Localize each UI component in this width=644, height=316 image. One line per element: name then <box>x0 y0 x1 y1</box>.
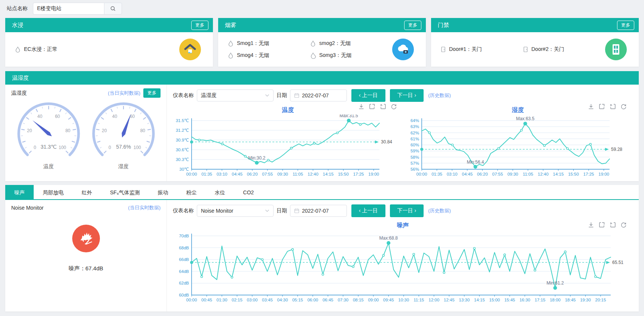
tab-noise[interactable]: 噪声 <box>5 185 34 199</box>
refresh-icon[interactable] <box>620 103 627 110</box>
svg-text:06:45: 06:45 <box>323 298 333 302</box>
panel-top: Noise Monitor (当日实时数据) <box>11 204 161 211</box>
realtime-data-link[interactable]: (当日实时数据) <box>128 204 161 211</box>
list-item: EC水浸：正常 <box>15 46 57 53</box>
tab-infrared[interactable]: 红外 <box>73 185 101 199</box>
svg-text:0: 0 <box>33 145 36 150</box>
svg-text:01:35: 01:35 <box>201 172 212 176</box>
svg-text:Max:68.8: Max:68.8 <box>379 236 398 241</box>
svg-text:11:05: 11:05 <box>293 172 303 176</box>
meter-select[interactable]: Noise Monitor <box>197 205 274 217</box>
card-door: 门禁 更多 Door#1：关门 Door#2：关门 <box>431 18 639 67</box>
panel-title: Noise Monitor <box>11 205 43 211</box>
svg-text:12:45: 12:45 <box>444 298 455 302</box>
svg-text:40: 40 <box>112 114 117 119</box>
next-day-button[interactable]: 下一日 › <box>390 204 424 217</box>
refresh-icon[interactable] <box>391 103 397 110</box>
gauges: 02040608010031.3℃温度 02040608010057.6%湿度 <box>11 98 161 172</box>
svg-text:01:35: 01:35 <box>431 172 442 176</box>
door-item-grid: Door#1：关门 Door#2：关门 <box>441 46 605 53</box>
restore-icon[interactable] <box>610 103 616 110</box>
svg-text:70dB: 70dB <box>179 234 189 238</box>
meter-name-label: 仪表名称 <box>173 207 194 214</box>
download-icon[interactable] <box>358 103 364 110</box>
tab-sf6-gas[interactable]: SF₆气体监测 <box>101 185 149 199</box>
zoom-box-icon[interactable] <box>599 222 605 228</box>
search-button[interactable] <box>104 3 122 15</box>
svg-text:20: 20 <box>101 128 107 133</box>
smoke-cloud-icon <box>392 39 414 60</box>
temp-humidity-section-header: 温湿度 <box>5 71 639 85</box>
svg-text:80: 80 <box>65 128 70 133</box>
svg-text:30.84: 30.84 <box>381 139 392 145</box>
card-smoke: 烟雾 更多 Smog1：无烟 smog2：无烟 Smog4：无烟 <box>218 18 426 67</box>
temperature-chart: 30℃30.3℃30.6℃30.9℃31.2℃31.5℃00:0001:3503… <box>173 115 403 180</box>
history-data-link[interactable]: (历史数据) <box>428 207 451 214</box>
zoom-box-icon[interactable] <box>599 103 605 110</box>
download-icon[interactable] <box>588 103 594 110</box>
svg-text:14:15: 14:15 <box>474 298 485 302</box>
meter-name-label: 仪表名称 <box>173 92 194 99</box>
tab-dust[interactable]: 粉尘 <box>177 185 206 199</box>
history-data-link[interactable]: (历史数据) <box>428 92 451 99</box>
svg-text:04:45: 04:45 <box>462 172 473 176</box>
svg-text:06:20: 06:20 <box>247 172 258 176</box>
download-icon[interactable] <box>588 222 594 228</box>
date-picker[interactable]: 2022-07-07 <box>290 89 347 101</box>
panel-more-button[interactable]: 更多 <box>143 88 161 98</box>
svg-text:13:30: 13:30 <box>459 298 470 302</box>
svg-text:60: 60 <box>129 114 135 119</box>
svg-text:06:00: 06:00 <box>307 298 318 302</box>
zoom-box-icon[interactable] <box>369 103 375 110</box>
restore-icon[interactable] <box>610 222 616 228</box>
date-value: 2022-07-07 <box>302 92 329 98</box>
search-icon <box>110 6 116 12</box>
card-smoke-more-button[interactable]: 更多 <box>404 21 421 30</box>
svg-text:100: 100 <box>133 145 141 150</box>
realtime-data-link[interactable]: (当日实时数据) <box>108 90 140 97</box>
tab-co2[interactable]: CO2 <box>234 185 263 199</box>
temp-humidity-left-panel: 温湿度 (当日实时数据) 更多 02040608010031.3℃温度 0204… <box>5 85 167 181</box>
sensor-tabs: 噪声 局部放电 红外 SF₆气体监测 振动 粉尘 水位 CO2 <box>5 185 639 200</box>
card-water-more-button[interactable]: 更多 <box>191 21 208 30</box>
prev-day-button[interactable]: ‹ 上一日 <box>351 204 385 217</box>
svg-text:16:30: 16:30 <box>519 298 530 302</box>
svg-text:68dB: 68dB <box>179 246 189 250</box>
svg-text:00:00: 00:00 <box>186 298 197 302</box>
chart-toolbar <box>588 222 627 228</box>
site-name-label: 站点名称 <box>7 5 28 12</box>
svg-text:18:45: 18:45 <box>565 298 576 302</box>
calendar-icon <box>294 93 299 98</box>
next-day-button[interactable]: 下一日 › <box>390 89 424 102</box>
chevron-down-icon <box>265 94 269 97</box>
tab-partial-discharge[interactable]: 局部放电 <box>34 185 73 199</box>
restore-icon[interactable] <box>380 103 386 110</box>
prev-day-button[interactable]: ‹ 上一日 <box>351 89 385 102</box>
svg-text:56%: 56% <box>410 167 419 171</box>
svg-text:31.3℃: 31.3℃ <box>40 144 57 150</box>
svg-text:31.2℃: 31.2℃ <box>176 128 189 133</box>
temperature-gauge: 02040608010031.3℃温度 <box>12 98 85 172</box>
date-picker[interactable]: 2022-07-07 <box>290 205 347 217</box>
tab-vibration[interactable]: 振动 <box>149 185 177 199</box>
svg-text:40: 40 <box>37 114 42 119</box>
refresh-icon[interactable] <box>620 222 627 228</box>
svg-text:Max:63.5: Max:63.5 <box>516 116 534 121</box>
noise-chart: 60dB62dB64dB66dB68dB70dB00:0000:4501:300… <box>173 230 633 306</box>
smoke-drop-icon <box>228 52 234 59</box>
smoke-drop-icon <box>310 52 316 59</box>
noise-reading: 噪声：67.4dB <box>11 265 161 272</box>
svg-text:Max:31.5: Max:31.5 <box>339 115 358 118</box>
list-item: Door#2：关门 <box>523 46 605 53</box>
meter-select[interactable]: 温湿度 <box>197 89 274 101</box>
site-name-input[interactable] <box>33 3 104 15</box>
list-item: Door#1：关门 <box>441 46 523 53</box>
svg-text:20: 20 <box>27 128 32 133</box>
water-house-icon <box>179 39 201 60</box>
status-text: smog2：无烟 <box>319 40 351 47</box>
card-smoke-header: 烟雾 更多 <box>218 18 426 32</box>
svg-text:11:15: 11:15 <box>413 298 424 302</box>
tab-water-level[interactable]: 水位 <box>206 185 234 199</box>
noise-section: Noise Monitor (当日实时数据) 噪声：67.4dB 仪表名称 No… <box>5 200 639 312</box>
card-door-more-button[interactable]: 更多 <box>617 21 634 30</box>
